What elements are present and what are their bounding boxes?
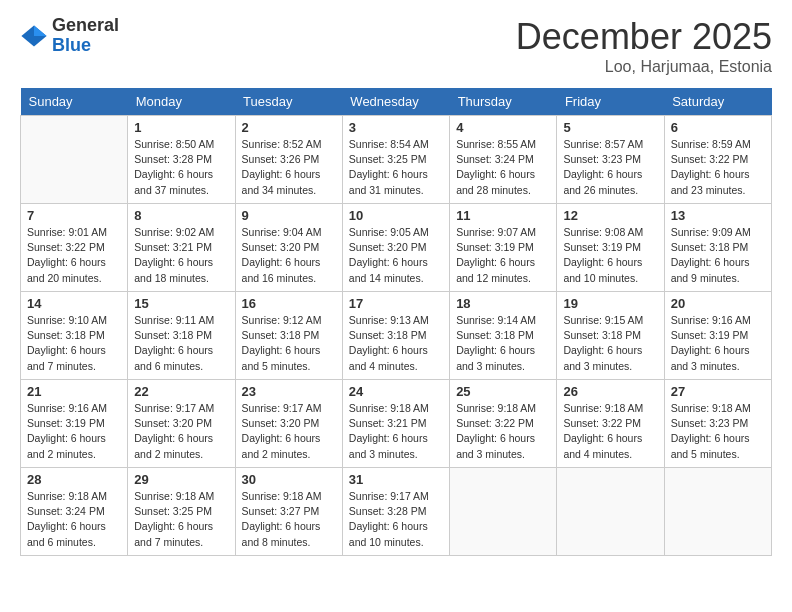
weekday-header-row: SundayMondayTuesdayWednesdayThursdayFrid… <box>21 88 772 116</box>
day-info: Sunrise: 9:02 AM Sunset: 3:21 PM Dayligh… <box>134 225 228 286</box>
day-info: Sunrise: 9:04 AM Sunset: 3:20 PM Dayligh… <box>242 225 336 286</box>
day-number: 8 <box>134 208 228 223</box>
day-info: Sunrise: 9:18 AM Sunset: 3:22 PM Dayligh… <box>563 401 657 462</box>
day-info: Sunrise: 9:18 AM Sunset: 3:23 PM Dayligh… <box>671 401 765 462</box>
month-title: December 2025 <box>516 16 772 58</box>
day-number: 23 <box>242 384 336 399</box>
week-row-1: 1Sunrise: 8:50 AM Sunset: 3:28 PM Daylig… <box>21 116 772 204</box>
calendar-cell: 20Sunrise: 9:16 AM Sunset: 3:19 PM Dayli… <box>664 292 771 380</box>
calendar-cell <box>450 468 557 556</box>
day-info: Sunrise: 9:15 AM Sunset: 3:18 PM Dayligh… <box>563 313 657 374</box>
calendar-cell: 6Sunrise: 8:59 AM Sunset: 3:22 PM Daylig… <box>664 116 771 204</box>
day-number: 6 <box>671 120 765 135</box>
day-number: 18 <box>456 296 550 311</box>
week-row-4: 21Sunrise: 9:16 AM Sunset: 3:19 PM Dayli… <box>21 380 772 468</box>
day-number: 12 <box>563 208 657 223</box>
day-info: Sunrise: 8:57 AM Sunset: 3:23 PM Dayligh… <box>563 137 657 198</box>
day-info: Sunrise: 9:14 AM Sunset: 3:18 PM Dayligh… <box>456 313 550 374</box>
day-info: Sunrise: 9:18 AM Sunset: 3:27 PM Dayligh… <box>242 489 336 550</box>
day-info: Sunrise: 9:18 AM Sunset: 3:24 PM Dayligh… <box>27 489 121 550</box>
day-number: 1 <box>134 120 228 135</box>
day-number: 14 <box>27 296 121 311</box>
day-number: 9 <box>242 208 336 223</box>
logo-general: General <box>52 15 119 35</box>
logo: General Blue <box>20 16 119 56</box>
day-number: 5 <box>563 120 657 135</box>
calendar-cell: 17Sunrise: 9:13 AM Sunset: 3:18 PM Dayli… <box>342 292 449 380</box>
calendar-cell: 14Sunrise: 9:10 AM Sunset: 3:18 PM Dayli… <box>21 292 128 380</box>
day-number: 31 <box>349 472 443 487</box>
day-number: 10 <box>349 208 443 223</box>
day-number: 15 <box>134 296 228 311</box>
day-info: Sunrise: 9:18 AM Sunset: 3:25 PM Dayligh… <box>134 489 228 550</box>
day-info: Sunrise: 9:17 AM Sunset: 3:20 PM Dayligh… <box>242 401 336 462</box>
day-info: Sunrise: 9:11 AM Sunset: 3:18 PM Dayligh… <box>134 313 228 374</box>
svg-marker-1 <box>34 25 47 36</box>
day-info: Sunrise: 9:18 AM Sunset: 3:21 PM Dayligh… <box>349 401 443 462</box>
calendar-cell <box>664 468 771 556</box>
calendar-cell: 31Sunrise: 9:17 AM Sunset: 3:28 PM Dayli… <box>342 468 449 556</box>
day-info: Sunrise: 8:55 AM Sunset: 3:24 PM Dayligh… <box>456 137 550 198</box>
calendar-cell: 13Sunrise: 9:09 AM Sunset: 3:18 PM Dayli… <box>664 204 771 292</box>
day-info: Sunrise: 8:52 AM Sunset: 3:26 PM Dayligh… <box>242 137 336 198</box>
weekday-header-sunday: Sunday <box>21 88 128 116</box>
day-number: 21 <box>27 384 121 399</box>
logo-text: General Blue <box>52 16 119 56</box>
title-block: December 2025 Loo, Harjumaa, Estonia <box>516 16 772 76</box>
week-row-5: 28Sunrise: 9:18 AM Sunset: 3:24 PM Dayli… <box>21 468 772 556</box>
location: Loo, Harjumaa, Estonia <box>516 58 772 76</box>
calendar-cell: 26Sunrise: 9:18 AM Sunset: 3:22 PM Dayli… <box>557 380 664 468</box>
day-number: 4 <box>456 120 550 135</box>
calendar-cell: 3Sunrise: 8:54 AM Sunset: 3:25 PM Daylig… <box>342 116 449 204</box>
calendar-cell: 9Sunrise: 9:04 AM Sunset: 3:20 PM Daylig… <box>235 204 342 292</box>
calendar-cell: 28Sunrise: 9:18 AM Sunset: 3:24 PM Dayli… <box>21 468 128 556</box>
calendar-cell: 8Sunrise: 9:02 AM Sunset: 3:21 PM Daylig… <box>128 204 235 292</box>
day-info: Sunrise: 9:10 AM Sunset: 3:18 PM Dayligh… <box>27 313 121 374</box>
day-info: Sunrise: 8:50 AM Sunset: 3:28 PM Dayligh… <box>134 137 228 198</box>
week-row-2: 7Sunrise: 9:01 AM Sunset: 3:22 PM Daylig… <box>21 204 772 292</box>
calendar-cell: 19Sunrise: 9:15 AM Sunset: 3:18 PM Dayli… <box>557 292 664 380</box>
calendar-cell: 27Sunrise: 9:18 AM Sunset: 3:23 PM Dayli… <box>664 380 771 468</box>
calendar-cell: 22Sunrise: 9:17 AM Sunset: 3:20 PM Dayli… <box>128 380 235 468</box>
day-info: Sunrise: 9:05 AM Sunset: 3:20 PM Dayligh… <box>349 225 443 286</box>
day-info: Sunrise: 9:09 AM Sunset: 3:18 PM Dayligh… <box>671 225 765 286</box>
day-number: 2 <box>242 120 336 135</box>
calendar-cell: 2Sunrise: 8:52 AM Sunset: 3:26 PM Daylig… <box>235 116 342 204</box>
week-row-3: 14Sunrise: 9:10 AM Sunset: 3:18 PM Dayli… <box>21 292 772 380</box>
day-info: Sunrise: 9:01 AM Sunset: 3:22 PM Dayligh… <box>27 225 121 286</box>
calendar-cell: 12Sunrise: 9:08 AM Sunset: 3:19 PM Dayli… <box>557 204 664 292</box>
weekday-header-wednesday: Wednesday <box>342 88 449 116</box>
day-number: 20 <box>671 296 765 311</box>
day-info: Sunrise: 9:12 AM Sunset: 3:18 PM Dayligh… <box>242 313 336 374</box>
day-number: 13 <box>671 208 765 223</box>
day-number: 17 <box>349 296 443 311</box>
day-info: Sunrise: 9:17 AM Sunset: 3:28 PM Dayligh… <box>349 489 443 550</box>
day-number: 28 <box>27 472 121 487</box>
calendar-cell: 16Sunrise: 9:12 AM Sunset: 3:18 PM Dayli… <box>235 292 342 380</box>
logo-blue: Blue <box>52 35 91 55</box>
calendar-cell <box>557 468 664 556</box>
calendar-cell: 15Sunrise: 9:11 AM Sunset: 3:18 PM Dayli… <box>128 292 235 380</box>
weekday-header-thursday: Thursday <box>450 88 557 116</box>
day-number: 29 <box>134 472 228 487</box>
page-header: General Blue December 2025 Loo, Harjumaa… <box>20 16 772 76</box>
calendar-cell: 29Sunrise: 9:18 AM Sunset: 3:25 PM Dayli… <box>128 468 235 556</box>
calendar-cell: 23Sunrise: 9:17 AM Sunset: 3:20 PM Dayli… <box>235 380 342 468</box>
day-info: Sunrise: 9:13 AM Sunset: 3:18 PM Dayligh… <box>349 313 443 374</box>
calendar-cell: 4Sunrise: 8:55 AM Sunset: 3:24 PM Daylig… <box>450 116 557 204</box>
day-info: Sunrise: 9:18 AM Sunset: 3:22 PM Dayligh… <box>456 401 550 462</box>
calendar-cell: 30Sunrise: 9:18 AM Sunset: 3:27 PM Dayli… <box>235 468 342 556</box>
day-number: 11 <box>456 208 550 223</box>
calendar-cell: 18Sunrise: 9:14 AM Sunset: 3:18 PM Dayli… <box>450 292 557 380</box>
weekday-header-tuesday: Tuesday <box>235 88 342 116</box>
day-number: 25 <box>456 384 550 399</box>
calendar-cell: 11Sunrise: 9:07 AM Sunset: 3:19 PM Dayli… <box>450 204 557 292</box>
day-number: 30 <box>242 472 336 487</box>
day-info: Sunrise: 9:16 AM Sunset: 3:19 PM Dayligh… <box>27 401 121 462</box>
day-number: 24 <box>349 384 443 399</box>
calendar-cell: 1Sunrise: 8:50 AM Sunset: 3:28 PM Daylig… <box>128 116 235 204</box>
day-number: 27 <box>671 384 765 399</box>
day-info: Sunrise: 9:17 AM Sunset: 3:20 PM Dayligh… <box>134 401 228 462</box>
day-info: Sunrise: 8:59 AM Sunset: 3:22 PM Dayligh… <box>671 137 765 198</box>
calendar-cell: 24Sunrise: 9:18 AM Sunset: 3:21 PM Dayli… <box>342 380 449 468</box>
